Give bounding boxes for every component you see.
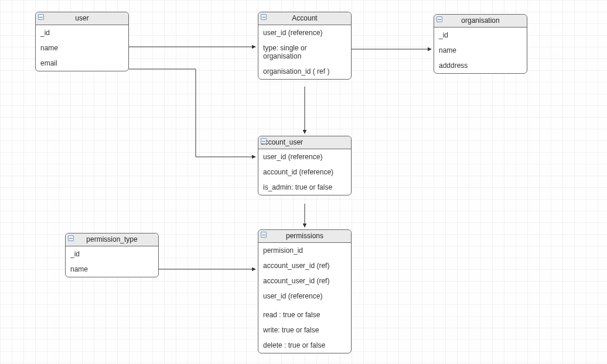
entity-row: name [66,262,158,277]
entity-row: is_admin: true or false [258,180,351,195]
entity-title: account_user [261,138,303,146]
entity-title: user [75,14,88,22]
entity-title: Account [292,14,317,22]
entity-row: type: single or organisation [258,40,351,64]
entity-title: permission_type [86,235,137,243]
entity-row: user_id (reference) [258,149,351,164]
collapse-icon[interactable] [261,232,267,238]
entity-user[interactable]: user _id name email [35,12,129,71]
collapse-icon[interactable] [68,235,74,241]
entity-row: account_user_id (ref) [258,258,351,273]
entity-body: _id name email [36,25,128,71]
entity-row: read : true or false [258,307,351,322]
collapse-icon[interactable] [437,16,442,22]
collapse-icon[interactable] [261,14,267,20]
collapse-icon[interactable] [38,14,44,20]
entity-account-user[interactable]: account_user user_id (reference) account… [258,136,352,195]
entity-permission-type[interactable]: permission_type _id name [65,233,159,277]
entity-row: user_id (reference) [258,25,351,40]
entity-header-permission-type[interactable]: permission_type [66,233,158,246]
entity-row: _id [36,25,128,40]
entity-row: permision_id [258,243,351,258]
entity-row: delete : true or false [258,338,351,353]
entity-header-account-user[interactable]: account_user [258,136,351,149]
entity-header-permissions[interactable]: permissions [258,230,351,243]
entity-body: user_id (reference) type: single or orga… [258,25,351,79]
entity-row: adddress [434,58,527,73]
entity-row: account_user_id (ref) [258,273,351,289]
entity-body: _id name adddress [434,28,527,73]
entity-row: _id [66,246,158,262]
entity-row: account_id (reference) [258,164,351,180]
entity-organisation[interactable]: organisation _id name adddress [434,14,527,74]
entity-row: organisation_id ( ref ) [258,64,351,79]
entity-body: _id name [66,246,158,277]
entity-title: organisation [461,16,499,25]
entity-header-organisation[interactable]: organisation [434,15,527,28]
entity-title: permissions [286,232,323,240]
entity-permissions[interactable]: permissions permision_id account_user_id… [258,229,352,353]
entity-row: write: true or false [258,322,351,338]
entity-row: email [36,56,128,71]
collapse-icon[interactable] [261,138,267,144]
entity-body: permision_id account_user_id (ref) accou… [258,243,351,353]
entity-account[interactable]: Account user_id (reference) type: single… [258,12,352,80]
entity-row: user_id (reference) [258,289,351,304]
entity-row: _id [434,28,527,43]
entity-header-user[interactable]: user [36,12,128,25]
entity-header-account[interactable]: Account [258,12,351,25]
entity-row: name [36,40,128,56]
connector-user-to-account_user [129,69,255,157]
entity-body: user_id (reference) account_id (referenc… [258,149,351,195]
entity-row: name [434,43,527,58]
